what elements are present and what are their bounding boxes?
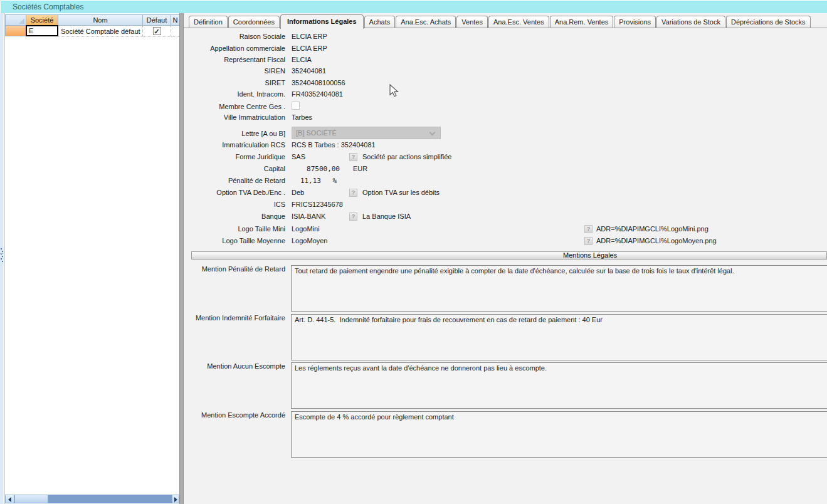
scroll-right-button[interactable] — [172, 495, 179, 503]
raison-sociale-value[interactable]: ELCIA ERP — [292, 33, 327, 41]
logo-mini-value[interactable]: LogoMini — [292, 225, 320, 233]
help-icon: ? — [352, 189, 356, 196]
mention-aucun-escompte-textarea[interactable]: Les réglements reçus avant la date d'éch… — [291, 362, 827, 409]
tab-definition[interactable]: Définition — [189, 16, 228, 28]
intracom-value[interactable]: FR40352404081 — [292, 90, 343, 98]
row-marker-cell[interactable] — [5, 25, 26, 36]
siret-value[interactable]: 35240408100056 — [292, 79, 345, 87]
mentions-legales-title: Mentions Légales — [563, 252, 617, 259]
societe-partial-cell[interactable] — [171, 26, 179, 37]
help-button[interactable]: ? — [349, 153, 357, 161]
column-header-defaut[interactable]: Défaut — [142, 14, 171, 26]
horizontal-scrollbar[interactable] — [5, 495, 179, 503]
mention-indemnite-textarea[interactable]: Art. D. 441-5. Indemnité forfaitaire pou… — [291, 314, 827, 360]
field-mention-escompte-accorde: Mention Escompte Accordé Escompte de 4 %… — [184, 411, 827, 420]
mention-escompte-accorde-textarea[interactable]: Escompte de 4 % accordé pour règlement c… — [291, 411, 827, 458]
mention-escompte-accorde-label: Mention Escompte Accordé — [184, 411, 285, 419]
mouse-cursor — [389, 84, 399, 98]
tab-depreciations-de-stocks[interactable]: Dépréciations de Stocks — [726, 16, 811, 28]
tab-ana-esc-achats[interactable]: Ana.Esc. Achats — [396, 16, 456, 28]
logo-mini-label: Logo Taille Mini — [184, 225, 285, 233]
tab-achats[interactable]: Achats — [364, 16, 396, 28]
siret-label: SIRET — [184, 79, 285, 87]
panel-splitter[interactable] — [179, 13, 184, 504]
field-penalite-de-retard: Pénalité de Retard 11,13 % — [184, 177, 827, 186]
capital-label: Capital — [184, 165, 285, 173]
help-icon: ? — [587, 238, 591, 244]
appellation-label: Appellation commerciale — [184, 45, 285, 53]
field-lettre-a-ou-b: Lettre [A ou B] [B] SOCIÉTÉ — [184, 127, 827, 135]
field-logo-taille-mini: Logo Taille Mini LogoMini ? ADR=%DIAPIMG… — [184, 225, 827, 234]
forme-juridique-value[interactable]: SAS — [292, 153, 305, 161]
ville-immat-value[interactable]: Tarbes — [292, 113, 312, 122]
application-window: Sociétés Comptables Société Nom Défaut N… — [0, 0, 827, 504]
field-mention-aucun-escompte: Mention Aucun Escompte Les réglements re… — [184, 362, 827, 371]
logo-mini-adr: ADR=%DIAPIMGCLI%LogoMini.png — [596, 225, 708, 233]
field-option-tva: Option TVA Deb./Enc . Deb ? Option TVA s… — [184, 189, 827, 197]
societe-defaut-cell[interactable]: ✓ — [143, 26, 171, 37]
tab-provisions[interactable]: Provisions — [614, 16, 656, 28]
column-header-nom[interactable]: Nom — [58, 14, 143, 26]
tab-coordonnees[interactable]: Coordonnées — [228, 16, 280, 28]
column-header-partial[interactable]: N — [171, 14, 179, 26]
mention-indemnite-label: Mention Indemnité Forfaitaire — [184, 314, 285, 322]
tab-ventes[interactable]: Ventes — [456, 16, 488, 28]
penalite-unit: % — [328, 177, 337, 185]
left-resize-strip[interactable] — [0, 13, 3, 504]
banque-value[interactable]: ISIA-BANK — [292, 213, 325, 221]
field-logo-taille-moyenne: Logo Taille Moyenne LogoMoyen ? ADR=%DIA… — [184, 237, 827, 246]
ics-value[interactable]: FRICS12345678 — [292, 201, 343, 209]
tab-variations-de-stock[interactable]: Variations de Stock — [656, 16, 725, 28]
representant-value[interactable]: ELCIA — [292, 56, 312, 64]
scrollbar-thumb[interactable] — [14, 495, 48, 503]
splitter-grip-icon[interactable] — [1, 248, 2, 249]
corner-triangle-icon — [19, 18, 24, 24]
capital-value[interactable]: 87500,00 — [292, 165, 340, 173]
field-appellation-commerciale: Appellation commerciale ELCIA ERP — [184, 45, 827, 53]
help-button[interactable]: ? — [349, 189, 357, 197]
siren-value[interactable]: 352404081 — [292, 67, 326, 75]
window-title: Sociétés Comptables — [13, 1, 83, 13]
societe-nom-cell[interactable]: Société Comptable défaut — [58, 26, 143, 37]
lettre-dropdown[interactable]: [B] SOCIÉTÉ — [292, 127, 441, 139]
window-titlebar: Sociétés Comptables — [1, 1, 827, 13]
logo-moyen-value[interactable]: LogoMoyen — [292, 237, 328, 245]
mention-penalite-textarea[interactable]: Tout retard de paiement engendre une pén… — [291, 265, 827, 312]
scroll-left-button[interactable] — [5, 495, 14, 503]
option-tva-label: Option TVA Deb./Enc . — [184, 189, 285, 197]
field-banque: Banque ISIA-BANK ? La Banque ISIA — [184, 213, 827, 221]
table-corner-cell[interactable] — [5, 14, 26, 26]
defaut-checkbox[interactable]: ✓ — [153, 27, 161, 35]
main-panel: Définition Coordonnées Informations Léga… — [184, 13, 827, 504]
penalite-value[interactable]: 11,13 — [292, 177, 321, 185]
option-tva-help: Option TVA sur les débits — [362, 189, 440, 197]
help-button[interactable]: ? — [349, 213, 357, 221]
raison-sociale-label: Raison Sociale — [184, 33, 285, 41]
help-icon: ? — [352, 213, 356, 219]
tab-ana-esc-ventes[interactable]: Ana.Esc. Ventes — [488, 16, 549, 28]
column-header-societe[interactable]: Société — [26, 14, 58, 26]
appellation-value[interactable]: ELCIA ERP — [292, 45, 327, 53]
banque-help: La Banque ISIA — [362, 213, 411, 221]
tabstrip: Définition Coordonnées Informations Léga… — [184, 14, 827, 28]
help-button[interactable]: ? — [584, 225, 593, 233]
field-mention-penalite: Mention Pénalité de Retard Tout retard d… — [184, 265, 827, 274]
societe-code-editor[interactable]: E — [26, 25, 58, 36]
help-button[interactable]: ? — [584, 237, 593, 245]
membre-centre-checkbox[interactable] — [292, 102, 300, 110]
penalite-label: Pénalité de Retard — [184, 177, 285, 185]
banque-label: Banque — [184, 213, 285, 221]
forme-juridique-label: Forme Juridique — [184, 153, 285, 161]
tab-informations-legales[interactable]: Informations Légales — [280, 14, 364, 29]
ville-immat-label: Ville Immatriculation — [184, 113, 285, 122]
forme-juridique-help: Société par actions simplifiée — [362, 153, 451, 161]
help-icon: ? — [587, 226, 591, 232]
siren-label: SIREN — [184, 67, 285, 75]
mentions-legales-header: Mentions Légales — [191, 251, 827, 260]
mention-aucun-escompte-label: Mention Aucun Escompte — [184, 362, 285, 370]
immat-rcs-value[interactable]: RCS B Tarbes : 352404081 — [292, 141, 376, 149]
lettre-label: Lettre [A ou B] — [184, 130, 285, 138]
field-siren: SIREN 352404081 — [184, 67, 827, 76]
option-tva-value[interactable]: Deb — [292, 189, 304, 197]
tab-ana-rem-ventes[interactable]: Ana.Rem. Ventes — [550, 16, 614, 28]
